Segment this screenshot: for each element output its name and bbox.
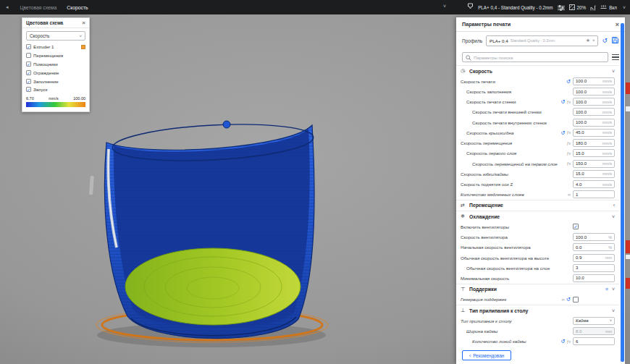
recommended-mode-button[interactable]: ‹ Рекомендован [462, 350, 511, 360]
color-scheme-menu[interactable]: Цветовая схема [20, 5, 57, 10]
checkbox[interactable]: ✓ [26, 62, 31, 67]
setting-row[interactable]: Скорость поднятия оси Z4.0mm/s [456, 179, 619, 189]
sliders-icon[interactable]: ≡ [605, 287, 608, 292]
close-icon[interactable]: × [616, 21, 619, 28]
infill-summary[interactable]: 20% [569, 4, 587, 11]
setting-value[interactable]: 100.0mm/s [573, 88, 615, 96]
setting-row[interactable]: Скорость первого слояƒx15.0mm/s [456, 148, 619, 158]
setting-label: Начальная скорость вентилятора [461, 245, 568, 250]
category-adhesion[interactable]: ⊥Тип прилипания к столу˅ [456, 305, 619, 316]
setting-row[interactable]: Количество медленных слоев∞1 [456, 190, 619, 200]
setting-row[interactable]: Скорость перемещений на первом слоеƒx150… [456, 158, 619, 169]
checkbox[interactable]: ✓ [26, 70, 31, 75]
search-input[interactable] [474, 55, 605, 60]
legend-item[interactable]: ✓Помощники [22, 60, 89, 69]
sliced-model[interactable] [89, 120, 328, 347]
setting-value[interactable]: 15.0mm/s [573, 149, 615, 157]
setting-row[interactable]: Тип прилипания к столуКайма˅ [456, 316, 619, 326]
setting-value[interactable]: 0.9mm [573, 254, 615, 262]
setting-value[interactable]: 0.0% [573, 243, 615, 251]
save-profile-icon[interactable] [611, 34, 619, 47]
checkbox[interactable]: ✓ [26, 44, 31, 49]
setting-value[interactable]: 1 [573, 190, 615, 198]
setting-value[interactable]: 15.0mm/s [573, 170, 615, 178]
setting-value[interactable]: 100.0mm/s [573, 77, 615, 85]
reset-icon[interactable]: ↺ [566, 79, 571, 84]
setting-row[interactable]: Начальная скорость вентилятора0.0% [456, 242, 619, 253]
print-settings-summary[interactable]: PLA+ 0,4 - Standard Quality - 0.2mm 20% … [467, 0, 626, 14]
extruder-icon [467, 1, 474, 14]
chevron-down-icon[interactable]: ˅ [623, 5, 626, 10]
setting-row[interactable]: Скорость вентилятора100.0% [456, 232, 619, 242]
profile-dropdown[interactable]: PLA+ 0,4 Standard Quality - 0.2mm ★ ˅ [486, 35, 598, 46]
legend-item[interactable]: Перемещения [22, 51, 89, 60]
setting-row[interactable]: Скорость печати внешней стенки100.0mm/s [456, 107, 619, 117]
chevron-left-icon: ‹ [469, 353, 471, 358]
setting-row[interactable]: Генерация поддержек∞↺ [456, 295, 619, 305]
setting-value[interactable]: 8.0mm [573, 327, 615, 335]
setting-row[interactable]: Минимальная скорость10.0 [456, 273, 619, 283]
setting-value[interactable]: 6 [573, 337, 615, 345]
setting-checkbox[interactable]: ✓ [573, 224, 579, 229]
setting-value[interactable]: 45.0mm/s [573, 129, 615, 137]
legend-item-label: Перемещения [33, 53, 63, 58]
color-scheme-value[interactable]: Скорость [67, 5, 88, 10]
setting-row[interactable]: Количество линий каймы↺ƒx6 [456, 337, 619, 347]
setting-checkbox[interactable] [573, 297, 579, 302]
setting-row[interactable]: Ширина каймы8.0mm [456, 326, 619, 336]
reset-icon[interactable]: ↺ [560, 339, 565, 344]
checkbox[interactable]: ✓ [26, 79, 31, 84]
setting-value[interactable]: 180.0mm/s [573, 139, 615, 147]
support-icon[interactable] [590, 1, 596, 14]
back-icon[interactable]: ◂ [6, 4, 9, 10]
settings-list: ◷Скорость˅Скорость печати↺100.0mm/sСкоро… [456, 65, 625, 347]
scrollbar-thumb[interactable] [621, 23, 624, 362]
legend-item[interactable]: ✓Запуск [22, 85, 89, 94]
reset-icon[interactable]: ↺ [560, 99, 565, 104]
setting-row[interactable]: Обычная скорость вентилятора на высоте0.… [456, 253, 619, 263]
setting-row[interactable]: Скорость перемещенияƒx180.0mm/s [456, 138, 619, 148]
setting-row[interactable]: Скорость печати↺100.0mm/s [456, 76, 619, 86]
scheme-select[interactable]: Скорость ˅ [26, 31, 85, 41]
infill-floor [125, 248, 301, 325]
close-icon[interactable]: × [82, 21, 85, 25]
setting-select[interactable]: Кайма˅ [573, 317, 615, 325]
setting-value[interactable]: 100.0mm/s [573, 108, 615, 116]
setting-value[interactable]: 100.0mm/s [573, 98, 615, 106]
setting-value[interactable]: 100.0mm/s [573, 119, 615, 127]
category-support[interactable]: ⊤Поддержки≡˅ [456, 284, 619, 295]
setting-value[interactable]: 10.0 [573, 274, 615, 282]
printer-profile-label[interactable]: PLA+ 0,4 - Standard Quality - 0.2mm [478, 5, 553, 10]
hamburger-menu-icon[interactable] [612, 54, 619, 60]
legend-item[interactable]: ✓Extruder 1 [22, 43, 89, 51]
category-travel[interactable]: ⇄Перемещение‹ [456, 200, 619, 211]
setting-label: Скорость поднятия оси Z [461, 182, 568, 187]
settings-search[interactable] [462, 52, 608, 62]
legend-item[interactable]: ✓Ограждение [22, 68, 89, 77]
setting-row[interactable]: Обычная скорость вентилятора на слое3 [456, 263, 619, 273]
reset-icon[interactable]: ↺ [566, 297, 571, 302]
chevron-down-icon[interactable]: ˅ [443, 4, 446, 9]
adhesion-summary[interactable]: Вкл [600, 4, 617, 10]
checkbox[interactable] [26, 53, 31, 58]
settings-scrollbar[interactable] [621, 23, 624, 362]
reset-icon[interactable]: ↺ [560, 130, 565, 135]
star-icon[interactable]: ★ [586, 38, 590, 43]
setting-row[interactable]: Скорость заполнения100.0mm/s [456, 86, 619, 96]
setting-value[interactable]: 3 [573, 264, 615, 272]
setting-row[interactable]: Скорость юбки/каймы15.0mm/s [456, 169, 619, 179]
setting-row[interactable]: Скорость крышки/дна↺ƒx45.0mm/s [456, 127, 619, 137]
category-cooling[interactable]: ❄Охлаждение˅ [456, 211, 619, 221]
profile-label: Профиль [462, 38, 482, 43]
checkbox[interactable]: ✓ [26, 87, 31, 92]
legend-item[interactable]: ✓Заполнение [22, 77, 89, 85]
category-speed[interactable]: ◷Скорость˅ [456, 65, 619, 76]
chevron-icon: ˅ [612, 69, 615, 74]
setting-row[interactable]: Скорость печати внутренних стенок100.0mm… [456, 117, 619, 127]
setting-value[interactable]: 150.0mm/s [573, 160, 615, 168]
setting-value[interactable]: 100.0% [573, 233, 615, 241]
setting-value[interactable]: 4.0mm/s [573, 180, 615, 188]
reset-profile-icon[interactable]: ↺ [602, 38, 608, 44]
setting-row[interactable]: Включить вентиляторы✓ [456, 221, 619, 232]
setting-row[interactable]: Скорость печати стенки↺ƒx100.0mm/s [456, 97, 619, 107]
